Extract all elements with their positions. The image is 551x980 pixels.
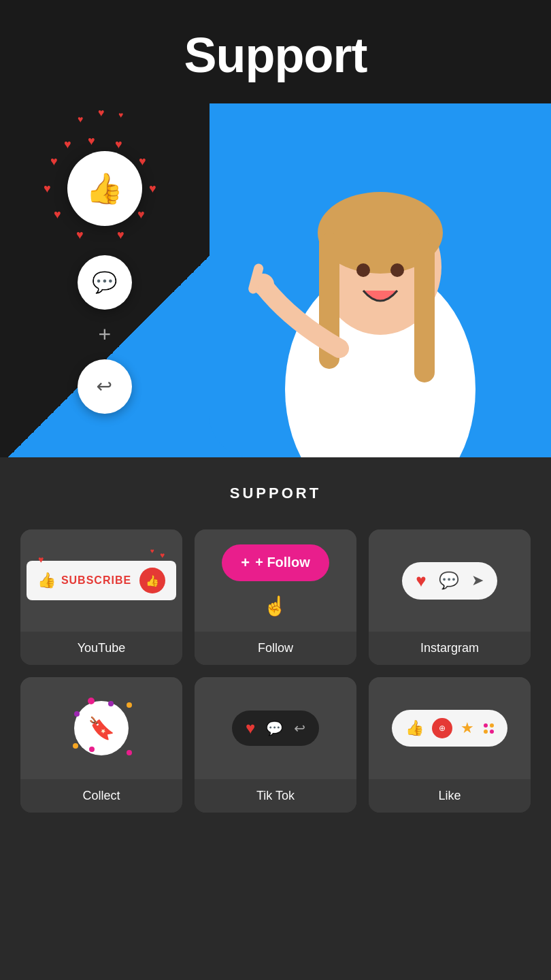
support-section: SUPPORT 👍 SUBSCRIBE 👍 ♥ ♥ ♥: [0, 457, 551, 847]
like-dot-1: [484, 723, 488, 728]
follow-text: + Follow: [255, 555, 310, 570]
youtube-card[interactable]: 👍 SUBSCRIBE 👍 ♥ ♥ ♥ YouTube: [20, 529, 182, 665]
orbit-heart-4: ♥: [139, 154, 146, 169]
follow-card[interactable]: + + Follow ☝ Follow: [195, 529, 356, 665]
follow-card-label: Follow: [195, 632, 356, 665]
tiktok-card-label: Tik Tok: [195, 779, 356, 813]
collect-dot-purple: [108, 701, 114, 706]
yt-bell-icon: 👍: [139, 568, 165, 593]
collect-bookmark-circle: 🔖: [74, 701, 129, 755]
yt-subscribe-text: SUBSCRIBE: [61, 574, 131, 587]
instagram-card[interactable]: ♥ 💬 ➤ Instargram: [369, 529, 531, 665]
collect-dot-orange: [73, 743, 78, 749]
tiktok-action-bar: ♥ 💬 ↪: [232, 710, 319, 746]
orbit-heart-11: ♥: [76, 228, 84, 242]
collect-card-label: Collect: [20, 779, 182, 813]
orbit-heart-top3: ♥: [118, 110, 123, 120]
collect-dot-pink3: [127, 750, 132, 755]
hero-section: ♥ ♥ ♥ ♥ ♥ ♥ ♥ ♥ ♥ ♥ ♥ ♥ ♥ ♥ 👍 💬 + ↪: [0, 103, 551, 457]
collect-card[interactable]: 🔖 Collect: [20, 677, 182, 813]
orbit-heart-5: ♥: [50, 154, 58, 169]
tiktok-heart-icon: ♥: [246, 719, 255, 738]
orbit-heart-7: ♥: [44, 182, 51, 196]
like-card-label: Like: [369, 779, 531, 813]
tiktok-card[interactable]: ♥ 💬 ↪ Tik Tok: [195, 677, 356, 813]
collect-card-visual: 🔖: [20, 677, 182, 779]
like-thumb-icon: 👍: [405, 719, 424, 737]
tiktok-comment-icon: 💬: [266, 720, 283, 736]
comment-icon: 💬: [92, 270, 117, 294]
like-star-icon: ★: [461, 719, 474, 737]
youtube-card-visual: 👍 SUBSCRIBE 👍 ♥ ♥ ♥: [20, 529, 182, 632]
header: Support: [0, 0, 551, 103]
instagram-card-visual: ♥ 💬 ➤: [369, 529, 531, 632]
tiktok-card-visual: ♥ 💬 ↪: [195, 677, 356, 779]
orbit-heart-6: ♥: [149, 182, 156, 196]
orbit-heart-1: ♥: [88, 134, 95, 148]
collect-dot-purple2: [74, 711, 80, 717]
yt-deco-heart-1: ♥: [160, 551, 165, 560]
follow-plus-icon: +: [241, 554, 250, 572]
svg-point-6: [390, 263, 404, 277]
thumbs-circle: 👍: [67, 151, 142, 226]
yt-deco-heart-2: ♥: [150, 547, 154, 555]
plus-sign: +: [99, 322, 112, 347]
comment-circle[interactable]: 💬: [78, 255, 132, 310]
svg-rect-4: [414, 233, 435, 382]
like-red-circle: ⊕: [432, 718, 452, 738]
page-title: Support: [14, 27, 537, 83]
share-circle[interactable]: ↪: [78, 359, 132, 414]
orbit-heart-10: ♥: [117, 228, 124, 242]
like-dot-3: [484, 730, 488, 734]
follow-button: + + Follow: [222, 544, 329, 581]
cards-grid: 👍 SUBSCRIBE 👍 ♥ ♥ ♥ YouTube: [20, 529, 531, 813]
instagram-action-bar: ♥ 💬 ➤: [402, 562, 497, 600]
collect-dot-pink2: [89, 747, 95, 752]
orbit-heart-2: ♥: [115, 137, 122, 152]
like-dot-2: [490, 723, 494, 728]
insta-send-icon: ➤: [471, 572, 484, 589]
tiktok-share-icon: ↪: [294, 720, 305, 736]
svg-point-5: [356, 263, 370, 277]
like-card-visual: 👍 ⊕ ★: [369, 677, 531, 779]
hero-person: [210, 103, 551, 457]
like-dot-4: [490, 730, 494, 734]
collect-visual: 🔖: [67, 694, 135, 762]
collect-dot-orange2: [127, 702, 132, 708]
thumbs-up-icon: 👍: [86, 171, 123, 206]
youtube-subscribe-bar: 👍 SUBSCRIBE 👍: [27, 561, 176, 600]
bookmark-icon: 🔖: [88, 715, 115, 741]
instagram-card-label: Instargram: [369, 632, 531, 665]
share-icon: ↪: [97, 375, 112, 397]
like-red-icon: ⊕: [439, 723, 446, 733]
youtube-card-label: YouTube: [20, 632, 182, 665]
like-card[interactable]: 👍 ⊕ ★: [369, 677, 531, 813]
orbit-heart-top2: ♥: [98, 107, 105, 119]
orbit-heart-top1: ♥: [78, 114, 83, 125]
follow-card-visual: + + Follow ☝: [195, 529, 356, 632]
follow-hand-icon: ☝: [263, 595, 287, 617]
thumbs-container: ♥ ♥ ♥ ♥ ♥ ♥ ♥ ♥ ♥ ♥ ♥ ♥ ♥ ♥ 👍: [50, 134, 159, 243]
orbit-heart-8: ♥: [137, 208, 145, 222]
orbit-heart-3: ♥: [64, 137, 71, 152]
hero-interactions: ♥ ♥ ♥ ♥ ♥ ♥ ♥ ♥ ♥ ♥ ♥ ♥ ♥ ♥ 👍 💬 + ↪: [0, 103, 210, 457]
orbit-heart-9: ♥: [54, 208, 61, 222]
like-action-bar: 👍 ⊕ ★: [392, 710, 507, 747]
section-title: SUPPORT: [20, 485, 531, 502]
yt-thumb-icon: 👍: [37, 572, 56, 589]
yt-deco-heart-3: ♥: [38, 554, 44, 565]
insta-heart-icon: ♥: [416, 570, 426, 591]
collect-dot-pink: [88, 698, 95, 704]
like-dots: [484, 723, 494, 734]
insta-comment-icon: 💬: [439, 571, 459, 590]
